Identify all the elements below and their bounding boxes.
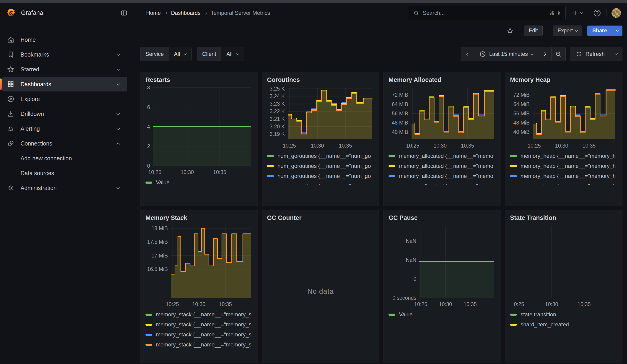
sidebar-item-label: Bookmarks: [20, 51, 111, 58]
panel-title[interactable]: Memory Stack: [146, 214, 253, 221]
legend-color-marker: [267, 185, 274, 185]
legend-label: memory_allocated {__name__="memo: [399, 183, 493, 185]
svg-text:10:30: 10:30: [555, 143, 568, 149]
legend-label: memory_allocated {__name__="memo: [399, 153, 493, 159]
legend-item[interactable]: memory_heap {__name__="memory_h: [510, 151, 617, 161]
panel-title[interactable]: Memory Heap: [510, 76, 617, 84]
legend-item[interactable]: memory_heap {__name__="memory_h: [510, 171, 617, 181]
panel-title[interactable]: Memory Allocated: [388, 76, 496, 84]
header-brand-area: Grafana: [0, 3, 133, 23]
sidebar-item-bookmarks[interactable]: Bookmarks: [2, 47, 127, 62]
panel-title[interactable]: Restarts: [146, 76, 253, 84]
question-icon: [593, 9, 601, 17]
legend-item[interactable]: memory_allocated {__name__="memo: [388, 171, 496, 181]
share-label[interactable]: Share: [587, 26, 612, 36]
svg-text:72 MiB: 72 MiB: [513, 92, 530, 98]
legend-item[interactable]: memory_allocated {__name__="memo: [388, 181, 496, 185]
legend-item[interactable]: Value: [146, 177, 253, 188]
sidebar-item-home[interactable]: Home: [2, 32, 127, 47]
memory-allocated-chart-canvas[interactable]: 40 MiB48 MiB56 MiB64 MiB72 MiB10:2510:30…: [388, 86, 496, 150]
svg-text:10:35: 10:35: [582, 143, 596, 149]
chevron-up-icon: [116, 142, 120, 146]
legend-item[interactable]: memory_allocated {__name__="memo: [388, 151, 496, 161]
legend-item[interactable]: memory_stack {__name__="memory_s: [146, 310, 253, 319]
edit-label: Edit: [529, 28, 538, 34]
refresh-button[interactable]: Refresh: [570, 47, 610, 61]
panel-title[interactable]: GC Counter: [267, 214, 374, 221]
time-range-picker[interactable]: Last 15 minutes: [474, 47, 538, 61]
time-shift-forward-button[interactable]: [538, 47, 552, 61]
filter-value-dropdown[interactable]: All: [169, 47, 191, 61]
legend-item[interactable]: shard_item_created: [510, 319, 617, 330]
panel-title[interactable]: Goroutines: [267, 76, 374, 84]
legend: memory_allocated {__name__="memomemory_a…: [388, 151, 496, 185]
svg-text:NaN: NaN: [406, 238, 416, 244]
state-transition-chart-canvas[interactable]: 0:2510:3010:35: [510, 224, 617, 308]
main-content: Edit Export Share ServiceAllClientAll La…: [133, 23, 627, 364]
svg-text:10:25: 10:25: [527, 143, 541, 149]
goroutines-chart-canvas[interactable]: 3.19 K3.20 K3.21 K3.22 K3.23 K3.24 K3.25…: [267, 86, 374, 150]
time-shift-back-button[interactable]: [461, 47, 474, 61]
legend-item[interactable]: Value: [388, 310, 496, 319]
legend-label: memory_allocated {__name__="memo: [399, 173, 493, 179]
sidebar-item-add-new-connection[interactable]: Add new connection: [2, 151, 127, 166]
memory-stack-chart-canvas[interactable]: 16.5 MiB17 MiB17.5 MiB18 MiB10:2510:3010…: [146, 224, 253, 308]
sidebar-toggle-icon[interactable]: [120, 9, 128, 17]
panel-title[interactable]: State Transition: [510, 214, 617, 221]
svg-text:8: 8: [147, 86, 150, 91]
breadcrumb-item[interactable]: Temporal Server Metrics: [211, 10, 270, 16]
help-button[interactable]: [593, 9, 601, 17]
legend-item[interactable]: num_goroutines {__name__="num_go: [267, 181, 374, 185]
legend-item[interactable]: memory_stack {__name__="memory_s: [146, 319, 253, 330]
filter-service[interactable]: ServiceAll: [140, 47, 192, 61]
panel-title[interactable]: GC Pause: [388, 214, 496, 221]
sidebar-item-alerting[interactable]: Alerting: [2, 121, 127, 136]
sidebar-item-dashboards[interactable]: Dashboards: [2, 77, 127, 92]
divider: [519, 27, 519, 35]
star-icon: [506, 27, 514, 34]
share-split-button[interactable]: Share: [587, 26, 623, 36]
svg-text:48 MiB: 48 MiB: [513, 120, 530, 126]
svg-text:72 MiB: 72 MiB: [392, 92, 408, 98]
legend-item[interactable]: state transition: [510, 310, 617, 319]
sidebar-item-label: Drilldown: [20, 111, 111, 117]
sidebar-item-explore[interactable]: Explore: [2, 92, 127, 106]
legend-item[interactable]: memory_stack {__name__="memory_s: [146, 330, 253, 340]
favorite-star-button[interactable]: [506, 27, 514, 34]
legend-item[interactable]: memory_heap {__name__="memory_h: [510, 161, 617, 171]
legend-item[interactable]: num_goroutines {__name__="num_go: [267, 151, 374, 161]
filter-client[interactable]: ClientAll: [197, 47, 244, 61]
share-options-button[interactable]: [612, 26, 623, 36]
dashboard-area: ServiceAllClientAll Last 15 minutes: [133, 38, 627, 364]
svg-text:10:30: 10:30: [192, 301, 206, 307]
legend-item[interactable]: num_goroutines {__name__="num_go: [267, 161, 374, 171]
restarts-chart-canvas[interactable]: 0246810:2510:3010:35: [146, 86, 253, 176]
legend-label: memory_stack {__name__="memory_s: [156, 331, 252, 338]
sidebar-item-starred[interactable]: Starred: [2, 62, 127, 77]
svg-text:3.24 K: 3.24 K: [270, 93, 285, 99]
filter-value-dropdown[interactable]: All: [221, 47, 244, 61]
breadcrumb-item[interactable]: Home: [146, 10, 161, 16]
breadcrumb-item[interactable]: Dashboards: [171, 10, 200, 16]
sidebar-item-data-sources[interactable]: Data sources: [2, 166, 127, 180]
export-button[interactable]: Export: [553, 26, 582, 36]
legend-item[interactable]: memory_stack {__name__="memory_s: [146, 340, 253, 350]
panel-restarts: Restarts0246810:2510:3010:35Value: [140, 72, 258, 206]
legend-label: Value: [399, 311, 413, 318]
gc-pause-chart-canvas[interactable]: 0 seconds0NaNNaN10:2510:3010:35: [388, 224, 496, 308]
sidebar-item-drilldown[interactable]: Drilldown: [2, 106, 127, 121]
svg-text:3.19 K: 3.19 K: [270, 131, 285, 137]
edit-button[interactable]: Edit: [524, 26, 543, 36]
legend-item[interactable]: memory_heap {__name__="memory_h: [510, 181, 617, 185]
add-button[interactable]: [572, 10, 583, 16]
zoom-out-button[interactable]: [552, 47, 566, 61]
avatar[interactable]: [612, 8, 621, 18]
legend-item[interactable]: num_goroutines {__name__="num_go: [267, 171, 374, 181]
svg-text:17.5 MiB: 17.5 MiB: [147, 239, 168, 245]
memory-heap-chart-canvas[interactable]: 40 MiB48 MiB56 MiB64 MiB72 MiB10:2510:30…: [510, 86, 617, 150]
search-input[interactable]: Search... ⌘+k: [408, 6, 566, 20]
refresh-interval-button[interactable]: [610, 47, 623, 61]
legend-item[interactable]: memory_allocated {__name__="memo: [388, 161, 496, 171]
sidebar-item-connections[interactable]: Connections: [2, 136, 127, 151]
sidebar-item-administration[interactable]: Administration: [2, 181, 127, 195]
